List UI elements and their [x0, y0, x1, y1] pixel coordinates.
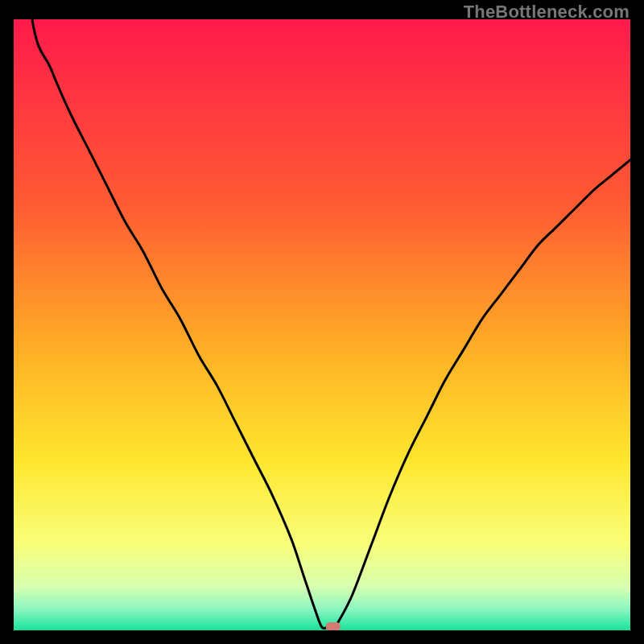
- marker-dot: [326, 622, 341, 630]
- chart-frame: TheBottleneck.com: [0, 0, 644, 644]
- plot-area: [14, 19, 630, 630]
- chart-svg: [14, 19, 630, 630]
- gradient-background: [14, 19, 630, 630]
